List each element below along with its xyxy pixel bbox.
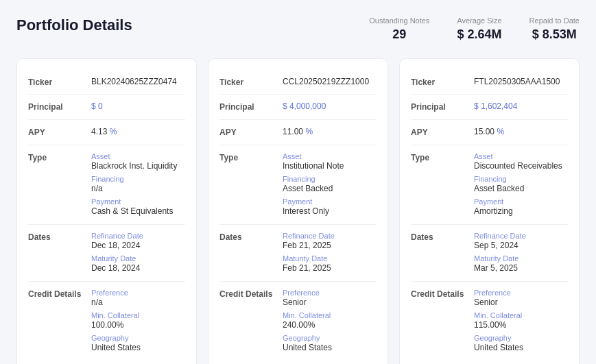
credit-row: Credit Details Preference Senior Min. Co… — [219, 282, 377, 361]
refinance-sublabel: Refinance Date — [474, 232, 568, 240]
page-header: Portfolio Details Oustanding Notes 29 Av… — [16, 16, 580, 42]
type-asset-sublabel: Asset — [474, 152, 568, 160]
stat-average-label: Average Size — [457, 16, 501, 25]
dates-row: Dates Refinance Date Dec 18, 2024 Maturi… — [28, 225, 185, 282]
type-asset-value: Blackrock Inst. Liquidity — [91, 161, 185, 171]
apy-row: APY 4.13 % — [28, 120, 185, 145]
type-payment-value: Interest Only — [283, 206, 377, 216]
type-payment-value: Amortizing — [474, 206, 568, 216]
collateral-value: 115.00% — [474, 320, 568, 330]
geography-sublabel: Geography — [474, 334, 568, 342]
type-financing-value: Asset Backed — [474, 184, 568, 193]
refinance-value: Sep 5, 2024 — [474, 241, 568, 250]
type-financing-sublabel: Financing — [91, 175, 185, 183]
type-label: Type — [219, 152, 274, 217]
type-asset-sublabel: Asset — [91, 152, 185, 160]
ticker-value: CCL20250219ZZZ1000 — [283, 77, 377, 86]
apy-value: 4.13 % — [91, 127, 185, 136]
card-0: Ticker BLK20240625ZZZ0474 Principal $ 0 … — [16, 58, 197, 364]
type-asset-value: Discounted Receivables — [474, 161, 568, 171]
ticker-label: Ticker — [28, 77, 83, 87]
collateral-sublabel: Min. Collateral — [91, 311, 185, 319]
apy-label: APY — [411, 127, 466, 138]
type-asset-sublabel: Asset — [283, 152, 377, 160]
refinance-sublabel: Refinance Date — [91, 232, 185, 240]
type-financing-sublabel: Financing — [283, 175, 377, 183]
header-stats: Oustanding Notes 29 Average Size $ 2.64M… — [369, 16, 580, 42]
credit-row: Credit Details Preference Senior Min. Co… — [411, 282, 568, 361]
apy-value: 11.00 % — [283, 127, 377, 136]
refinance-value: Dec 18, 2024 — [91, 241, 185, 250]
type-financing-sublabel: Financing — [474, 175, 568, 183]
type-row: Type Asset Discounted Receivables Financ… — [411, 145, 568, 225]
apy-value: 15.00 % — [474, 127, 568, 136]
ticker-row: Ticker CCL20250219ZZZ1000 — [219, 70, 377, 95]
type-row: Type Asset Institutional Note Financing … — [219, 145, 377, 225]
refinance-sublabel: Refinance Date — [283, 232, 377, 240]
maturity-sublabel: Maturity Date — [474, 254, 568, 263]
collateral-sublabel: Min. Collateral — [474, 311, 568, 319]
dates-label: Dates — [411, 232, 466, 274]
principal-value: $ 4,000,000 — [283, 101, 377, 111]
ticker-value: FTL20250305AAA1500 — [474, 77, 568, 86]
stat-average-value: $ 2.64M — [457, 27, 501, 42]
geography-value: United States — [91, 343, 185, 352]
principal-value: $ 1,602,404 — [474, 101, 568, 111]
collateral-sublabel: Min. Collateral — [283, 311, 377, 319]
principal-row: Principal $ 4,000,000 — [219, 95, 377, 120]
ticker-row: Ticker FTL20250305AAA1500 — [411, 70, 568, 95]
stat-average-size: Average Size $ 2.64M — [457, 16, 501, 42]
stat-repaid-label: Repaid to Date — [529, 16, 580, 25]
maturity-value: Mar 5, 2025 — [474, 263, 568, 273]
credit-label: Credit Details — [411, 289, 466, 354]
ticker-value: BLK20240625ZZZ0474 — [91, 77, 185, 86]
stat-outstanding-label: Oustanding Notes — [369, 16, 429, 25]
dates-row: Dates Refinance Date Sep 5, 2024 Maturit… — [411, 225, 568, 282]
type-payment-sublabel: Payment — [91, 197, 185, 206]
dates-label: Dates — [219, 232, 274, 274]
credit-label: Credit Details — [28, 289, 83, 354]
principal-row: Principal $ 1,602,404 — [411, 95, 568, 120]
type-financing-value: n/a — [91, 184, 185, 193]
principal-label: Principal — [28, 101, 83, 112]
card-1: Ticker CCL20250219ZZZ1000 Principal $ 4,… — [208, 58, 388, 364]
dates-row: Dates Refinance Date Feb 21, 2025 Maturi… — [219, 225, 377, 282]
stat-outstanding-notes: Oustanding Notes 29 — [369, 16, 429, 42]
credit-row: Credit Details Preference n/a Min. Colla… — [28, 282, 185, 361]
principal-label: Principal — [219, 101, 274, 112]
cards-grid: Ticker BLK20240625ZZZ0474 Principal $ 0 … — [16, 58, 580, 364]
principal-row: Principal $ 0 — [28, 95, 185, 120]
apy-label: APY — [28, 127, 83, 138]
type-asset-value: Institutional Note — [283, 161, 377, 171]
apy-label: APY — [219, 127, 274, 138]
preference-sublabel: Preference — [91, 289, 185, 297]
maturity-value: Dec 18, 2024 — [91, 263, 185, 273]
type-financing-value: Asset Backed — [283, 184, 377, 193]
apy-row: APY 11.00 % — [219, 120, 377, 145]
principal-value: $ 0 — [91, 101, 185, 111]
maturity-sublabel: Maturity Date — [91, 254, 185, 263]
stat-outstanding-value: 29 — [369, 27, 429, 42]
stat-repaid-value: $ 8.53M — [529, 27, 580, 42]
type-label: Type — [28, 152, 83, 217]
type-payment-value: Cash & St Equivalents — [91, 206, 185, 216]
refinance-value: Feb 21, 2025 — [283, 241, 377, 250]
ticker-row: Ticker BLK20240625ZZZ0474 — [28, 70, 185, 95]
collateral-value: 100.00% — [91, 320, 185, 330]
geography-sublabel: Geography — [283, 334, 377, 342]
ticker-label: Ticker — [411, 77, 466, 87]
ticker-label: Ticker — [219, 77, 274, 87]
geography-sublabel: Geography — [91, 334, 185, 342]
geography-value: United States — [283, 343, 377, 352]
type-label: Type — [411, 152, 466, 217]
card-2: Ticker FTL20250305AAA1500 Principal $ 1,… — [399, 58, 580, 364]
maturity-sublabel: Maturity Date — [283, 254, 377, 263]
type-row: Type Asset Blackrock Inst. Liquidity Fin… — [28, 145, 185, 225]
preference-value: Senior — [474, 298, 568, 307]
maturity-value: Feb 21, 2025 — [283, 263, 377, 273]
page-title: Portfolio Details — [16, 16, 132, 34]
apy-row: APY 15.00 % — [411, 120, 568, 145]
preference-sublabel: Preference — [474, 289, 568, 297]
collateral-value: 240.00% — [283, 320, 377, 330]
type-payment-sublabel: Payment — [474, 197, 568, 206]
